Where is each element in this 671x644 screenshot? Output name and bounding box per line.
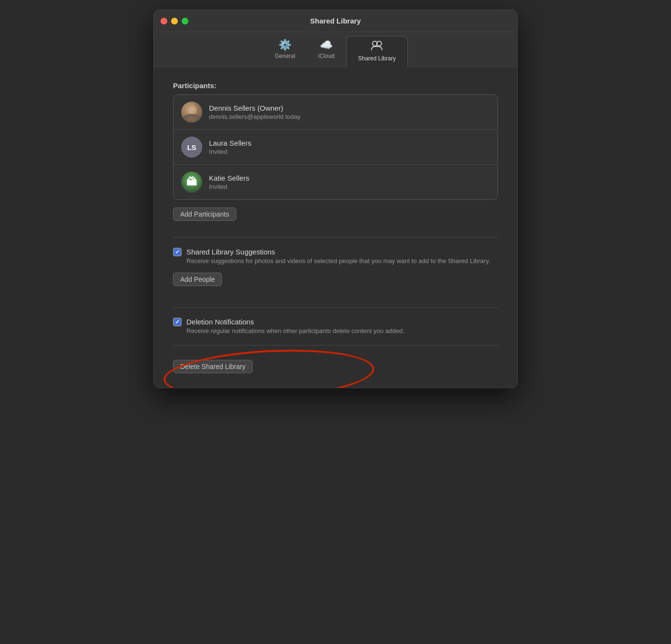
avatar: [181, 172, 202, 193]
gear-icon: ⚙️: [278, 40, 291, 50]
tab-general[interactable]: ⚙️ General: [263, 36, 307, 67]
participants-list: Dennis Sellers (Owner) dennis.sellers@ap…: [173, 94, 498, 200]
participant-info: Laura Sellers Invited: [209, 139, 251, 155]
participant-name: Dennis Sellers (Owner): [209, 104, 301, 112]
divider: [173, 237, 498, 238]
participant-row: Katie Sellers Invited: [174, 165, 497, 199]
participant-row: Dennis Sellers (Owner) dennis.sellers@ap…: [174, 95, 497, 130]
tab-icloud-label: iCloud: [318, 53, 335, 59]
close-button[interactable]: [161, 18, 167, 24]
shared-library-icon: [370, 40, 383, 53]
participants-label: Participants:: [173, 81, 498, 90]
add-people-button[interactable]: Add People: [173, 273, 222, 286]
window-title: Shared Library: [310, 17, 361, 25]
delete-section: Delete Shared Library: [173, 355, 498, 373]
participant-info: Katie Sellers Invited: [209, 174, 249, 190]
participant-info: Dennis Sellers (Owner) dennis.sellers@ap…: [209, 104, 301, 120]
divider: [173, 345, 498, 345]
cloud-icon: ☁️: [320, 40, 333, 50]
delete-shared-library-button[interactable]: Delete Shared Library: [173, 360, 253, 373]
deletion-notifications-title: Deletion Notifications: [186, 318, 254, 326]
tab-shared-library-label: Shared Library: [358, 55, 396, 62]
suggestions-checkbox-row: ✓ Shared Library Suggestions: [173, 247, 498, 256]
maximize-button[interactable]: [182, 18, 188, 24]
avatar: LS: [181, 137, 202, 158]
deletion-notifications-description: Receive regular notifications when other…: [186, 326, 498, 336]
checkmark-icon: ✓: [175, 249, 180, 255]
divider: [173, 307, 498, 308]
tab-general-label: General: [275, 53, 295, 59]
window-controls: [161, 18, 188, 24]
participant-row: LS Laura Sellers Invited: [174, 130, 497, 165]
suggestions-section: ✓ Shared Library Suggestions Receive sug…: [173, 247, 498, 298]
tab-icloud[interactable]: ☁️ iCloud: [307, 36, 346, 67]
deletion-notifications-section: ✓ Deletion Notifications Receive regular…: [173, 317, 498, 336]
content-area: Participants: Dennis Sellers (Owner) den…: [154, 67, 517, 388]
participant-detail: dennis.sellers@appleworld.today: [209, 113, 301, 120]
tab-shared-library[interactable]: Shared Library: [346, 36, 408, 67]
suggestions-title: Shared Library Suggestions: [186, 248, 275, 256]
deletion-checkbox-row: ✓ Deletion Notifications: [173, 317, 498, 326]
participant-name: Katie Sellers: [209, 174, 249, 182]
suggestions-checkbox[interactable]: ✓: [173, 248, 182, 256]
toolbar: ⚙️ General ☁️ iCloud Shared Library: [154, 32, 517, 67]
participant-detail: Invited: [209, 148, 251, 155]
minimize-button[interactable]: [171, 18, 178, 24]
participant-detail: Invited: [209, 183, 249, 190]
checkmark-icon: ✓: [175, 319, 180, 325]
participants-section: Participants: Dennis Sellers (Owner) den…: [173, 81, 498, 232]
add-participants-button[interactable]: Add Participants: [173, 207, 236, 221]
deletion-notifications-checkbox[interactable]: ✓: [173, 318, 182, 326]
settings-window: Shared Library ⚙️ General ☁️ iCloud Shar…: [153, 10, 518, 388]
titlebar: Shared Library: [154, 10, 517, 32]
avatar: [181, 102, 202, 123]
participant-name: Laura Sellers: [209, 139, 251, 147]
suggestions-description: Receive suggestions for photos and video…: [186, 256, 498, 266]
